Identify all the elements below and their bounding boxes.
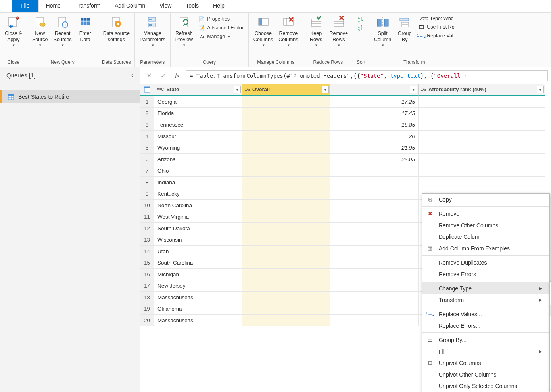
column-header-hidden[interactable]: ▾	[330, 84, 419, 96]
cell-state[interactable]: Oklahoma	[154, 303, 242, 315]
tab-help[interactable]: Help	[206, 0, 232, 12]
cell-state[interactable]: Utah	[154, 246, 242, 257]
cell-value[interactable]: 18.85	[330, 119, 419, 131]
choose-columns-button[interactable]: Choose Columns	[251, 14, 275, 48]
cell-affordability[interactable]	[419, 142, 545, 154]
cell-value[interactable]	[330, 177, 419, 188]
cell-value[interactable]	[330, 257, 419, 269]
cell-overall[interactable]	[242, 280, 330, 292]
cell-value[interactable]: 20	[330, 131, 419, 142]
cell-value[interactable]	[330, 303, 419, 315]
row-number[interactable]: 20	[140, 315, 154, 326]
column-filter-button[interactable]: ▾	[234, 86, 241, 93]
row-number[interactable]: 19	[140, 303, 154, 315]
cell-overall[interactable]	[242, 269, 330, 280]
cell-state[interactable]: Missouri	[154, 131, 242, 142]
cell-overall[interactable]	[242, 246, 330, 257]
cell-value[interactable]	[330, 200, 419, 211]
cell-value[interactable]	[330, 280, 419, 292]
cell-value[interactable]	[330, 211, 419, 223]
ctx-transform[interactable]: Transform▶	[422, 294, 549, 306]
cell-overall[interactable]	[242, 211, 330, 223]
tab-file[interactable]: File	[12, 0, 38, 12]
enter-data-button[interactable]: Enter Data	[75, 14, 96, 44]
tab-add-column[interactable]: Add Column	[108, 0, 152, 12]
cell-state[interactable]: Arizona	[154, 154, 242, 165]
type-icon[interactable]: AᴮC	[157, 87, 164, 92]
cell-state[interactable]: Wisconsin	[154, 234, 242, 246]
cancel-formula-button[interactable]: ✕	[143, 70, 154, 81]
ctx-group-by[interactable]: ☷Group By...	[422, 334, 549, 346]
cell-state[interactable]: West Virginia	[154, 211, 242, 223]
cell-value[interactable]	[330, 246, 419, 257]
cell-value[interactable]: 17.25	[330, 96, 419, 108]
properties-button[interactable]: 📄Properties	[196, 15, 246, 23]
cell-state[interactable]: Michigan	[154, 269, 242, 280]
cell-value[interactable]: 21.95	[330, 142, 419, 154]
cell-state[interactable]: Ohio	[154, 165, 242, 177]
cell-state[interactable]: North Carolina	[154, 200, 242, 211]
cell-overall[interactable]	[242, 200, 330, 211]
cell-value[interactable]	[330, 234, 419, 246]
tab-tools[interactable]: Tools	[179, 0, 206, 12]
ctx-remove-duplicates[interactable]: Remove Duplicates	[422, 257, 549, 268]
row-number[interactable]: 8	[140, 177, 154, 188]
cell-affordability[interactable]	[419, 131, 545, 142]
cell-state[interactable]: Tennessee	[154, 119, 242, 131]
cell-state[interactable]: Kentucky	[154, 188, 242, 200]
formula-input[interactable]: = Table.TransformColumnTypes(#"Promoted …	[186, 70, 548, 81]
ctx-replace-values[interactable]: ¹→₂Replace Values...	[422, 308, 549, 320]
cell-value[interactable]	[330, 315, 419, 326]
ctx-change-type[interactable]: Change Type▶	[422, 282, 549, 294]
column-filter-button[interactable]: ▾	[537, 86, 544, 93]
cell-affordability[interactable]	[419, 165, 545, 177]
query-item[interactable]: Best States to Retire	[0, 90, 140, 103]
split-column-button[interactable]: Split Column	[372, 14, 394, 48]
cell-state[interactable]: South Carolina	[154, 257, 242, 269]
collapse-queries-button[interactable]: ‹	[131, 71, 133, 79]
row-number[interactable]: 5	[140, 142, 154, 154]
cell-state[interactable]: Georgia	[154, 96, 242, 108]
row-number[interactable]: 6	[140, 154, 154, 165]
ctx-remove-errors[interactable]: Remove Errors	[422, 268, 549, 280]
ctx-unpivot-selected[interactable]: Unpivot Only Selected Columns	[422, 380, 549, 392]
data-source-settings-button[interactable]: Data source settings	[101, 14, 132, 44]
manage-parameters-button[interactable]: Manage Parameters	[137, 14, 168, 48]
cell-value[interactable]	[330, 223, 419, 234]
cell-overall[interactable]	[242, 154, 330, 165]
column-filter-button[interactable]: ▾	[410, 86, 417, 93]
cell-state[interactable]: Massachusetts	[154, 292, 242, 303]
refresh-preview-button[interactable]: Refresh Preview	[173, 14, 195, 48]
column-header-state[interactable]: AᴮCState▾	[154, 84, 242, 96]
row-number[interactable]: 13	[140, 234, 154, 246]
sort-asc-button[interactable]: AZ	[355, 15, 367, 23]
ctx-copy[interactable]: ⎘Copy	[422, 194, 549, 205]
new-source-button[interactable]: New Source	[30, 14, 50, 48]
tab-home[interactable]: Home	[38, 0, 68, 12]
cell-overall[interactable]	[242, 234, 330, 246]
tab-view[interactable]: View	[152, 0, 179, 12]
ctx-remove[interactable]: ✖Remove	[422, 208, 549, 219]
cell-value[interactable]	[330, 292, 419, 303]
cell-overall[interactable]	[242, 315, 330, 326]
ctx-fill[interactable]: Fill▶	[422, 346, 549, 357]
cell-value[interactable]	[330, 269, 419, 280]
cell-overall[interactable]	[242, 223, 330, 234]
row-number[interactable]: 14	[140, 246, 154, 257]
cell-value[interactable]	[330, 165, 419, 177]
accept-formula-button[interactable]: ✓	[157, 70, 169, 81]
keep-rows-button[interactable]: Keep Rows	[306, 14, 326, 48]
row-number[interactable]: 7	[140, 165, 154, 177]
cell-state[interactable]: Wyoming	[154, 142, 242, 154]
cell-affordability[interactable]	[419, 96, 545, 108]
row-number[interactable]: 12	[140, 223, 154, 234]
sort-desc-button[interactable]: ZA	[355, 24, 367, 32]
cell-overall[interactable]	[242, 131, 330, 142]
cell-overall[interactable]	[242, 96, 330, 108]
cell-overall[interactable]	[242, 119, 330, 131]
cell-overall[interactable]	[242, 165, 330, 177]
ctx-unpivot[interactable]: ⊟Unpivot Columns	[422, 357, 549, 369]
close-apply-button[interactable]: Close & Apply	[2, 14, 25, 48]
column-filter-button[interactable]: ▾	[322, 86, 329, 93]
cell-state[interactable]: Florida	[154, 108, 242, 119]
